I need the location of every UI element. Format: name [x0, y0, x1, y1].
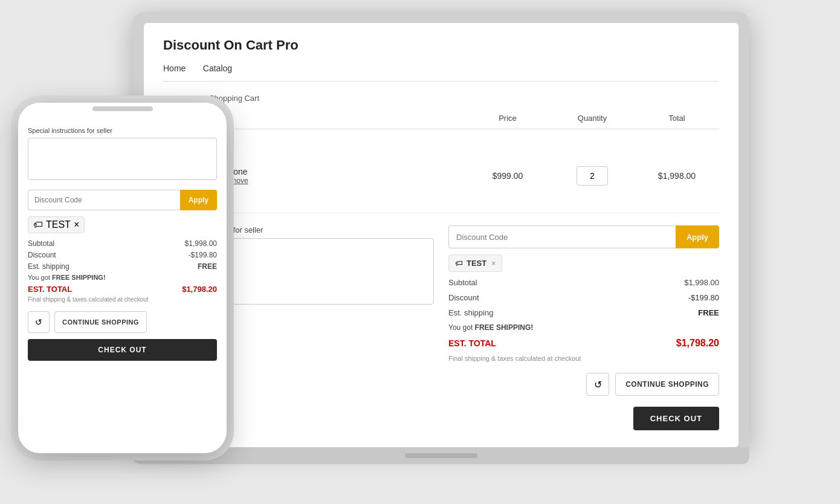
mobile-special-instructions[interactable] [28, 138, 217, 180]
refresh-button[interactable]: ↺ [586, 373, 609, 396]
mobile-free-bold: FREE SHIPPING! [52, 274, 106, 281]
tag-icon: 🏷 [455, 259, 463, 268]
mobile-est-label: EST. TOTAL [28, 285, 72, 294]
laptop-app-title: Discount On Cart Pro [163, 37, 719, 53]
discount-code-input[interactable] [448, 225, 676, 248]
checkout-note: Final shipping & taxes calculated at che… [448, 355, 719, 362]
mobile-checkout-button[interactable]: CHECK OUT [28, 339, 217, 361]
breadcrumb-current: Your Shopping Cart [191, 94, 259, 103]
mobile-action-row: ↺ CONTINUE SHOPPING [28, 311, 217, 333]
mobile-est-total-row: EST. TOTAL $1,798.20 [28, 285, 217, 294]
laptop-screen: Discount On Cart Pro Home Catalog Home ›… [144, 23, 738, 447]
mobile-special-label: Special instructions for seller [28, 127, 217, 134]
subtotal-value: $1,998.00 [684, 278, 719, 287]
laptop-content: Discount On Cart Pro Home Catalog Home ›… [144, 23, 738, 447]
subtotal-label: Subtotal [448, 278, 477, 287]
mobile-shipping-label: Est. shipping [28, 262, 69, 271]
mobile-refresh-button[interactable]: ↺ [28, 311, 50, 333]
col-quantity: Quantity [550, 114, 635, 123]
shipping-label: Est. shipping [448, 308, 493, 317]
shipping-value: FREE [698, 308, 719, 317]
breadcrumb-separator: › [186, 94, 189, 103]
mobile-shipping-val: FREE [198, 262, 217, 271]
est-total-row: EST. TOTAL $1,798.20 [448, 338, 719, 349]
mobile-discount-tag: 🏷 TEST × [28, 216, 85, 233]
est-total-label: EST. TOTAL [448, 338, 496, 348]
mobile-tag-icon: 🏷 [33, 219, 43, 230]
breadcrumb-home[interactable]: Home [163, 94, 184, 103]
mobile-tag-label: TEST [46, 219, 71, 230]
col-price: Price [465, 114, 550, 123]
product-total: $1,998.00 [635, 171, 719, 181]
shipping-line: Est. shipping FREE [448, 308, 719, 317]
discount-tag: 🏷 TEST × [448, 254, 502, 272]
laptop-nav: Home Catalog [163, 63, 719, 82]
mobile-discount-label: Discount [28, 251, 56, 259]
table-row: iPhone Remove $999.00 $1,998.00 [163, 139, 719, 213]
nav-home-link[interactable]: Home [163, 63, 186, 73]
breadcrumb: Home › Your Shopping Cart [163, 94, 719, 103]
mobile-notch-bar [18, 103, 227, 120]
quantity-input[interactable] [577, 166, 608, 186]
nav-catalog-link[interactable]: Catalog [203, 63, 232, 73]
product-price: $999.00 [465, 171, 550, 181]
est-total-value: $1,798.20 [676, 338, 719, 349]
continue-shopping-button[interactable]: CONTINUE SHOPPING [615, 373, 719, 396]
mobile-content: Special instructions for seller Apply 🏷 … [18, 120, 227, 453]
laptop-base [133, 447, 749, 464]
discount-label: Discount [448, 293, 479, 302]
cart-table-header: Product Price Quantity Total [163, 114, 719, 129]
checkout-button[interactable]: CHECK OUT [633, 407, 719, 430]
action-buttons: ↺ CONTINUE SHOPPING [448, 373, 719, 396]
mobile-subtotal-line: Subtotal $1,998.00 [28, 239, 217, 248]
cart-bottom: Special instructions for seller Apply 🏷 … [163, 225, 719, 430]
laptop-base-notch [405, 453, 477, 458]
discount-line: Discount -$199.80 [448, 293, 719, 302]
mobile-tag-remove[interactable]: × [74, 219, 79, 230]
mobile-free-shipping-msg: You got FREE SHIPPING! [28, 274, 217, 281]
col-total: Total [635, 114, 719, 123]
cart-summary: Apply 🏷 TEST × Subtotal $1,998.00 D [448, 225, 719, 430]
discount-row: Apply [448, 225, 719, 248]
mobile-est-val: $1,798.20 [182, 285, 217, 294]
product-quantity-cell [550, 166, 635, 186]
apply-discount-button[interactable]: Apply [676, 225, 719, 248]
tag-code-label: TEST [467, 259, 486, 268]
tag-remove-button[interactable]: × [491, 259, 496, 268]
free-shipping-message: You got FREE SHIPPING! [448, 323, 719, 332]
mobile-device: Special instructions for seller Apply 🏷 … [18, 103, 227, 453]
mobile-subtotal-val: $1,998.00 [185, 239, 217, 248]
mobile-notch [92, 106, 153, 111]
discount-value: -$199.80 [688, 293, 719, 302]
free-shipping-bold: FREE SHIPPING! [475, 323, 534, 332]
mobile-discount-input[interactable] [28, 190, 180, 210]
mobile-continue-shopping-button[interactable]: CONTINUE SHOPPING [54, 311, 147, 333]
laptop-header: Discount On Cart Pro [163, 37, 719, 53]
mobile-discount-row: Apply [28, 190, 217, 210]
mobile-shipping-line: Est. shipping FREE [28, 262, 217, 271]
subtotal-line: Subtotal $1,998.00 [448, 278, 719, 287]
mobile-apply-button[interactable]: Apply [180, 190, 217, 210]
mobile-subtotal-label: Subtotal [28, 239, 54, 248]
mobile-discount-val: -$199.80 [189, 251, 217, 259]
mobile-discount-line: Discount -$199.80 [28, 251, 217, 259]
mobile-checkout-note: Final shipping & taxes calculated at che… [28, 296, 217, 303]
